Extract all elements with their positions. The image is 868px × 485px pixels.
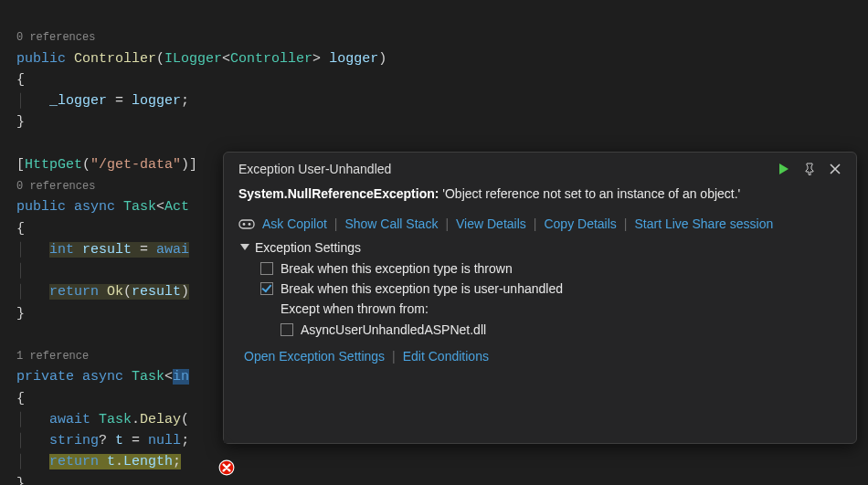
exception-settings-toggle[interactable]: Exception Settings xyxy=(240,240,842,255)
svg-point-2 xyxy=(243,223,246,226)
chevron-down-icon xyxy=(240,244,249,250)
start-live-share-link[interactable]: Start Live Share session xyxy=(634,216,773,231)
break-when-thrown-checkbox[interactable] xyxy=(260,262,273,275)
pin-icon[interactable] xyxy=(803,163,816,175)
settings-header-label: Exception Settings xyxy=(255,240,361,255)
exception-type: System.NullReferenceException: xyxy=(238,186,439,201)
codelens-refs[interactable]: 0 references xyxy=(16,31,95,44)
show-call-stack-link[interactable]: Show Call Stack xyxy=(344,216,438,231)
attr-httpget: HttpGet xyxy=(25,157,82,173)
exception-popup: Exception User-Unhandled System.NullRefe… xyxy=(223,152,857,444)
break-when-user-unhandled-checkbox[interactable] xyxy=(260,282,273,295)
open-exception-settings-link[interactable]: Open Exception Settings xyxy=(244,349,385,364)
opt1-label: Break when this exception type is thrown xyxy=(281,258,513,279)
copilot-icon xyxy=(238,216,255,231)
codelens-refs-2[interactable]: 0 references xyxy=(16,180,95,193)
exception-message: System.NullReferenceException: 'Object r… xyxy=(238,185,842,204)
kw-public: public xyxy=(16,51,66,67)
popup-title: Exception User-Unhandled xyxy=(238,162,391,176)
type-ilogger: ILogger xyxy=(164,51,222,67)
view-details-link[interactable]: View Details xyxy=(456,216,526,231)
except-label: Except when thrown from: xyxy=(281,299,842,319)
continue-icon[interactable] xyxy=(778,163,790,175)
param-logger: logger xyxy=(329,51,378,67)
opt2-label: Break when this exception type is user-u… xyxy=(281,279,563,299)
copy-details-link[interactable]: Copy Details xyxy=(544,216,616,231)
exception-text: 'Object reference not set to an instance… xyxy=(442,186,740,201)
type-controller: Controller xyxy=(230,51,312,67)
codelens-refs-3[interactable]: 1 reference xyxy=(16,350,89,363)
exception-line: return t.Length; xyxy=(49,454,181,469)
error-icon xyxy=(218,459,235,476)
except-module-checkbox[interactable] xyxy=(281,323,293,336)
svg-point-3 xyxy=(249,223,251,226)
attr-arg: "/get-data" xyxy=(90,157,181,173)
edit-conditions-link[interactable]: Edit Conditions xyxy=(403,349,489,364)
field-logger: _logger xyxy=(49,93,107,109)
ask-copilot-link[interactable]: Ask Copilot xyxy=(262,216,327,231)
ctor-name: Controller xyxy=(74,51,156,67)
svg-rect-1 xyxy=(239,220,254,228)
except-module-label: AsyncUserUnhandledASPNet.dll xyxy=(301,320,486,340)
close-icon[interactable] xyxy=(829,163,842,175)
